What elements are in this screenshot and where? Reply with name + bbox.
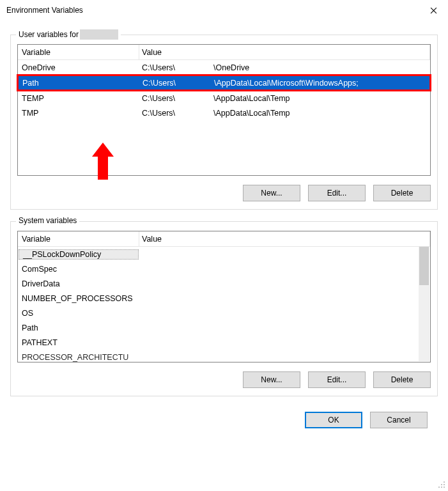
cell-var: TEMP — [18, 94, 139, 103]
system-variables-label: System variables — [16, 216, 79, 225]
user-vars-label-text: User variables for — [19, 30, 79, 39]
system-list-header: Variable Value — [18, 231, 430, 247]
svg-point-5 — [441, 487, 442, 488]
system-row-comspec[interactable]: ComSpec — [18, 261, 430, 276]
dialog-body: User variables for Variable Value OneDri… — [0, 20, 448, 428]
cell-var: PATHEXT — [18, 338, 139, 347]
user-variables-label: User variables for — [16, 29, 121, 40]
system-variables-group: System variables Variable Value __PSLock… — [10, 221, 438, 396]
resize-grip-icon[interactable] — [438, 481, 445, 488]
cancel-button[interactable]: Cancel — [370, 412, 428, 428]
system-buttons-row: New... Edit... Delete — [17, 371, 431, 388]
system-edit-button[interactable]: Edit... — [308, 371, 366, 388]
system-vars-list[interactable]: Variable Value __PSLockDownPolicy ComSpe… — [17, 231, 431, 362]
user-buttons-row: New... Edit... Delete — [17, 185, 431, 201]
system-row-processor-arch[interactable]: PROCESSOR_ARCHITECTU — [18, 350, 430, 362]
cell-var: Path — [18, 323, 139, 332]
system-scrollbar[interactable] — [419, 247, 429, 361]
svg-point-2 — [444, 484, 445, 485]
cell-val: C:\Users\ \AppData\Local\Microsoft\Windo… — [140, 79, 429, 88]
system-new-button[interactable]: New... — [243, 371, 300, 388]
user-vars-list[interactable]: Variable Value OneDrive C:\Users\ \OneDr… — [17, 44, 431, 176]
scrollbar-thumb[interactable] — [419, 247, 429, 285]
cell-var: TMP — [18, 109, 139, 118]
system-row-driverdata[interactable]: DriverData — [18, 276, 430, 291]
env-vars-dialog: Environment Variables User variables for… — [0, 0, 448, 491]
dialog-buttons-row: OK Cancel — [8, 400, 440, 428]
system-col-variable[interactable]: Variable — [18, 231, 139, 246]
system-col-value[interactable]: Value — [139, 231, 430, 246]
system-row-os[interactable]: OS — [18, 306, 430, 320]
cell-var: Path — [19, 79, 140, 88]
user-edit-button[interactable]: Edit... — [308, 185, 366, 201]
system-row-pslockdown[interactable]: __PSLockDownPolicy — [18, 247, 430, 261]
user-col-variable[interactable]: Variable — [18, 45, 139, 59]
svg-point-4 — [444, 487, 445, 488]
system-delete-button[interactable]: Delete — [373, 371, 431, 388]
user-list-header: Variable Value — [18, 45, 430, 60]
cell-var: OneDrive — [18, 63, 139, 72]
user-row-temp[interactable]: TEMP C:\Users\ \AppData\Local\Temp — [18, 91, 430, 105]
close-icon[interactable] — [419, 0, 448, 20]
cell-var: DriverData — [18, 279, 139, 288]
username-redacted — [80, 29, 118, 40]
annotation-arrow-icon — [92, 143, 114, 180]
user-new-button[interactable]: New... — [243, 185, 300, 201]
system-row-path[interactable]: Path — [18, 320, 430, 335]
titlebar: Environment Variables — [0, 0, 448, 20]
svg-point-1 — [444, 481, 445, 483]
user-col-value[interactable]: Value — [139, 45, 430, 59]
cell-var: ComSpec — [18, 265, 139, 274]
system-row-pathext[interactable]: PATHEXT — [18, 335, 430, 350]
user-row-tmp[interactable]: TMP C:\Users\ \AppData\Local\Temp — [18, 105, 430, 120]
system-vars-label-text: System variables — [19, 216, 77, 225]
svg-marker-0 — [92, 143, 114, 180]
user-row-path[interactable]: Path C:\Users\ \AppData\Local\Microsoft\… — [19, 76, 429, 90]
window-title: Environment Variables — [6, 0, 419, 20]
user-row-onedrive[interactable]: OneDrive C:\Users\ \OneDrive — [18, 60, 430, 75]
ok-button[interactable]: OK — [305, 412, 362, 428]
user-delete-button[interactable]: Delete — [373, 185, 431, 201]
cell-val: C:\Users\ \AppData\Local\Temp — [139, 109, 430, 118]
svg-point-6 — [438, 487, 440, 488]
cell-var: PROCESSOR_ARCHITECTU — [18, 353, 139, 362]
cell-var: __PSLockDownPolicy — [19, 249, 139, 260]
system-row-numprocessors[interactable]: NUMBER_OF_PROCESSORS — [18, 291, 430, 306]
svg-point-3 — [441, 484, 442, 485]
cell-val: C:\Users\ \AppData\Local\Temp — [139, 94, 430, 103]
cell-var: NUMBER_OF_PROCESSORS — [18, 294, 139, 303]
user-variables-group: User variables for Variable Value OneDri… — [10, 35, 438, 210]
cell-var: OS — [18, 309, 139, 318]
cell-val: C:\Users\ \OneDrive — [139, 63, 430, 72]
